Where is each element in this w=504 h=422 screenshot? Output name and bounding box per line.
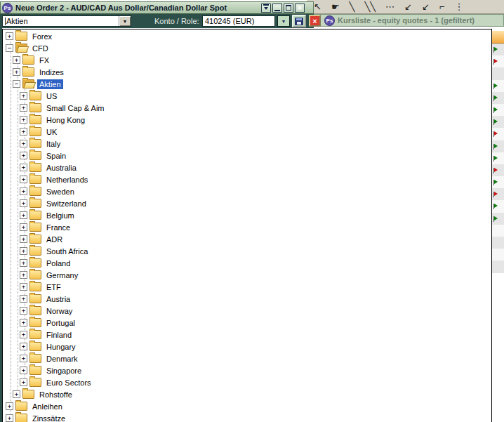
expand-toggle[interactable]: + [20,378,27,386]
tree-item-label[interactable]: Rohstoffe [37,390,74,400]
chevron-down-icon[interactable]: ▼ [119,16,131,26]
tree-item-label[interactable]: FX [37,55,51,65]
tree-item[interactable]: +ETF [3,281,491,293]
expand-toggle[interactable]: + [20,283,27,291]
tree-item[interactable]: +Norway [3,305,491,317]
expand-toggle[interactable]: + [13,56,20,64]
quote-row[interactable] [492,104,504,116]
close-button[interactable]: × [295,4,305,13]
line-icon[interactable]: ╲ [350,0,355,14]
tree-item[interactable]: −Aktien [3,78,491,90]
tree-item-label[interactable]: Australia [44,163,79,173]
tree-item[interactable]: +Denmark [3,352,491,364]
tree-item[interactable]: +Finland [3,329,491,341]
expand-toggle[interactable]: + [20,128,27,136]
tree-item[interactable]: +Netherlands [3,173,491,185]
expand-toggle[interactable]: + [6,402,13,410]
ruler-icon[interactable]: ⋮ [454,0,463,14]
expand-toggle[interactable]: + [20,355,27,362]
pointer-icon[interactable]: ↖ [314,0,321,14]
tree-item-label[interactable]: UK [44,127,59,137]
tree-item[interactable]: +Switzerland [3,197,491,209]
expand-toggle[interactable]: + [20,187,27,195]
expand-toggle[interactable]: + [20,367,27,374]
collapse-toggle[interactable]: − [13,80,20,88]
tree-item[interactable]: +Zinssätze [3,412,491,422]
tree-item[interactable]: +Germany [3,269,491,281]
expand-toggle[interactable]: + [20,164,27,171]
account-combo-value[interactable]: 410245 (EUR) [202,15,275,27]
tree-item[interactable]: +Hungary [3,341,491,352]
red-close-button[interactable]: × [309,15,321,27]
tree-item[interactable]: +France [3,221,491,233]
tree-item-label[interactable]: Poland [44,258,72,268]
marker-icon[interactable]: ⌐ [439,0,445,14]
tree-item-label[interactable]: Anleihen [30,402,65,411]
shade-button[interactable] [261,4,271,13]
tree-item-label[interactable]: Indizes [37,67,66,77]
instrument-combo-value[interactable]: Aktien [3,16,119,26]
tree-item-label[interactable]: Austria [44,294,72,304]
tree-item-label[interactable]: ETF [44,282,63,292]
tree-item[interactable]: +Indizes [3,66,491,78]
tree-item[interactable]: +Anleihen [3,400,491,412]
expand-toggle[interactable]: + [20,152,27,159]
quote-row[interactable] [492,176,504,188]
tree-item-label[interactable]: ADR [44,235,65,244]
expand-toggle[interactable]: + [20,259,27,267]
collapse-toggle[interactable]: − [6,44,13,52]
instrument-combobox[interactable]: Aktien ▼ [2,15,131,27]
expand-toggle[interactable]: + [20,247,27,255]
tree-item[interactable]: +Spain [3,150,491,161]
kursliste-titlebar[interactable]: Ps Kursliste - equity quotes - 1 (gefilt… [314,14,504,27]
quote-row[interactable] [492,237,504,249]
quote-row[interactable] [492,213,504,225]
tree-item[interactable]: +Singapore [3,364,491,376]
quote-row[interactable] [492,92,504,104]
quote-row[interactable] [492,200,504,212]
expand-toggle[interactable]: + [13,68,20,76]
dotted-line-icon[interactable]: ⋯ [385,0,394,14]
expand-toggle[interactable]: + [20,295,27,303]
tree-item-label[interactable]: Sweden [44,187,77,197]
expand-toggle[interactable]: + [20,343,27,350]
tree-item-label[interactable]: Denmark [44,354,80,364]
expand-toggle[interactable]: + [20,116,27,124]
tree-item[interactable]: +US [3,90,491,102]
tree-item[interactable]: +FX [3,54,491,66]
tree-item-label[interactable]: Spain [44,151,68,161]
minimize-button[interactable] [272,4,282,13]
tree-item[interactable]: −CFD [3,42,491,54]
account-chevron-down-icon[interactable]: ▼ [277,15,290,27]
tree-item-label[interactable]: Zinssätze [30,414,67,422]
quote-row[interactable] [492,225,504,237]
tree-item-label[interactable]: Germany [44,270,80,280]
quote-row[interactable] [492,261,504,272]
tree-item-label[interactable]: Forex [30,32,54,41]
tree-item[interactable]: +Forex [3,30,491,42]
quote-row[interactable] [492,67,504,79]
tree-item-label[interactable]: Euro Sectors [44,378,93,388]
expand-toggle[interactable]: + [20,199,27,207]
hand-icon[interactable]: ☛ [331,0,340,14]
tree-item-label[interactable]: Belgium [44,211,77,220]
tree-item-label[interactable]: Finland [44,330,74,340]
expand-toggle[interactable]: + [6,414,13,422]
tree-item-label[interactable]: Singapore [44,366,84,376]
tree-item[interactable]: +Rohstoffe [3,388,491,400]
expand-toggle[interactable]: + [20,235,27,243]
tree-item[interactable]: +UK [3,126,491,138]
expand-toggle[interactable]: + [20,140,27,147]
quote-row[interactable] [492,188,504,200]
maximize-button[interactable] [284,4,293,13]
tree-item-label[interactable]: Hungary [44,342,78,352]
expand-toggle[interactable]: + [20,176,27,183]
tree-item[interactable]: +Poland [3,257,491,269]
quote-row[interactable] [492,152,504,164]
tree-item-label[interactable]: Switzerland [44,199,88,209]
expand-toggle[interactable]: + [20,331,27,338]
tree-item[interactable]: +Belgium [3,209,491,221]
tree-item[interactable]: +South Africa [3,245,491,257]
expand-toggle[interactable]: + [6,32,13,40]
expand-toggle[interactable]: + [20,211,27,219]
